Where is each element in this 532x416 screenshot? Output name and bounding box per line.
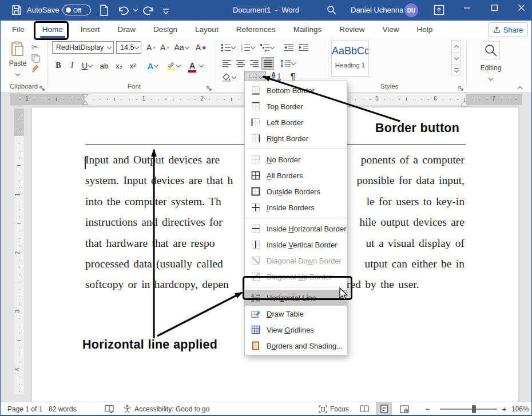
web-layout-button[interactable] <box>396 402 412 415</box>
line-spacing-button[interactable] <box>279 57 297 70</box>
styles-gallery-more[interactable] <box>452 64 460 75</box>
shrink-font-button[interactable]: A˅ <box>158 41 171 54</box>
autosave-state: Off <box>73 7 81 14</box>
bold-button[interactable]: B <box>53 59 63 72</box>
menu-item-inside-vertical-border[interactable]: Inside Vertical Border <box>245 237 347 253</box>
menu-item-inside-borders[interactable]: Inside Borders <box>245 199 347 215</box>
ribbon-tab[interactable]: Design <box>152 23 178 35</box>
word-count[interactable]: 82 words <box>49 402 77 415</box>
search-icon[interactable] <box>327 5 336 17</box>
menu-item-draw-table[interactable]: Draw Table <box>245 306 347 322</box>
styles-scroll-down[interactable] <box>452 52 460 64</box>
cut-icon[interactable]: ✂ <box>31 42 38 51</box>
ribbon-tab[interactable]: File <box>11 23 26 35</box>
autosave-toggle[interactable]: Off <box>62 5 91 15</box>
align-left-button[interactable] <box>220 57 233 70</box>
first-line-indent-marker[interactable] <box>82 94 89 107</box>
ribbon-display-options-icon[interactable] <box>434 5 444 18</box>
ribbon-tab[interactable]: Draw <box>117 23 137 35</box>
text-effects-button[interactable]: A <box>145 59 161 72</box>
ribbon-tab[interactable]: Help <box>416 23 434 35</box>
avatar[interactable]: DU <box>404 3 418 17</box>
font-name-combo[interactable]: RedHatDisplay <box>52 41 114 54</box>
bullets-button[interactable] <box>220 41 236 54</box>
ribbon-tab[interactable]: Review <box>338 23 366 35</box>
vertical-ruler[interactable]: 1234 <box>14 109 24 394</box>
ribbon-tab[interactable]: View <box>381 23 400 35</box>
styles-scroll-up[interactable] <box>452 41 460 52</box>
menu-item-diagonal-down-border[interactable]: Diagonal Down Border <box>245 253 347 269</box>
zoom-out-button[interactable]: − <box>425 402 430 415</box>
subscript-button[interactable]: x₂ <box>113 59 125 72</box>
menu-item-no-border[interactable]: No Border <box>245 151 347 167</box>
zoom-level[interactable]: 106% <box>511 402 529 415</box>
ribbon-tab[interactable]: Layout <box>194 23 220 35</box>
menu-item-view-gridlines[interactable]: View Gridlines <box>245 322 347 338</box>
group-separator <box>466 41 467 87</box>
shading-button[interactable] <box>220 71 237 83</box>
font-dialog-launcher[interactable] <box>207 83 213 90</box>
undo-dropdown-icon[interactable] <box>133 7 138 11</box>
font-color-button[interactable]: A <box>187 59 205 72</box>
redo-button[interactable] <box>142 5 154 18</box>
italic-button[interactable]: I <box>67 59 77 72</box>
menu-item-inside-horizontal-border[interactable]: Inside Horizontal Border <box>245 221 347 237</box>
zoom-slider-track[interactable] <box>440 409 497 410</box>
zoom-slider-thumb[interactable] <box>472 405 476 413</box>
zoom-in-button[interactable]: + <box>502 402 507 415</box>
editing-button[interactable]: Editing <box>473 41 509 82</box>
justify-button[interactable] <box>261 57 274 70</box>
highlight-color-button[interactable] <box>164 59 182 72</box>
increase-indent-button[interactable] <box>297 41 309 54</box>
menu-item-top-border[interactable]: Top Border <box>245 98 347 114</box>
chevron-down-icon <box>291 60 296 65</box>
align-center-button[interactable] <box>234 57 247 70</box>
style-card[interactable]: AaBbCcHeading 1 <box>331 40 369 77</box>
page-indicator[interactable]: Page 1 of 1 <box>7 402 42 415</box>
clipboard-dialog-launcher[interactable] <box>39 83 46 90</box>
customize-qat-icon[interactable] <box>162 7 169 17</box>
read-mode-button[interactable] <box>356 402 372 415</box>
border-button-annotation-label: Border button <box>375 121 459 135</box>
underline-button[interactable]: U <box>80 59 94 72</box>
share-button[interactable]: Share <box>488 22 528 37</box>
ribbon-tab[interactable]: References <box>235 23 277 35</box>
menu-item-icon <box>251 202 261 213</box>
minimize-button[interactable] <box>458 0 475 15</box>
copy-icon[interactable] <box>31 54 40 65</box>
clear-formatting-button[interactable]: A◆ <box>194 41 208 54</box>
new-document-icon[interactable] <box>99 5 109 18</box>
undo-button[interactable] <box>118 5 132 18</box>
decrease-indent-button[interactable] <box>282 41 295 54</box>
grow-font-button[interactable]: A˄ <box>145 41 157 54</box>
user-name[interactable]: Daniel Uchenna <box>351 6 404 14</box>
focus-button[interactable]: Focus <box>319 402 349 415</box>
menu-item-all-borders[interactable]: All Borders <box>245 167 347 183</box>
font-size-combo[interactable]: 14.5 <box>116 41 141 54</box>
multilevel-list-button[interactable] <box>259 41 275 54</box>
menu-item-outside-borders[interactable]: Outside Borders <box>245 183 347 199</box>
ribbon-tab[interactable]: Insert <box>80 23 101 35</box>
save-icon[interactable] <box>10 4 22 18</box>
menu-item-borders-and-shading[interactable]: Borders and Shading... <box>245 338 347 354</box>
maximize-button[interactable] <box>486 0 503 15</box>
paste-button[interactable]: Paste <box>6 41 29 78</box>
superscript-button[interactable]: x² <box>126 59 139 72</box>
right-indent-marker[interactable] <box>461 99 468 109</box>
collapse-ribbon-icon[interactable] <box>518 82 522 93</box>
format-painter-icon[interactable] <box>31 64 41 75</box>
close-button[interactable] <box>513 0 530 15</box>
status-bar: Page 1 of 1 82 words Accessibility: Good… <box>1 402 531 416</box>
styles-dialog-launcher[interactable] <box>458 83 465 90</box>
accessibility-status[interactable]: Accessibility: Good to go <box>123 402 209 415</box>
menu-item-bottom-border[interactable]: Bottom Border <box>245 82 347 98</box>
strikethrough-button[interactable]: ab <box>98 59 110 72</box>
proofing-icon[interactable] <box>105 402 114 415</box>
change-case-button[interactable]: Aa <box>173 41 189 54</box>
print-layout-button[interactable] <box>376 402 392 415</box>
numbering-button[interactable]: 123 <box>240 41 256 54</box>
align-right-button[interactable] <box>248 57 260 70</box>
menu-item-left-border[interactable]: Left Border <box>245 114 347 130</box>
menu-item-right-border[interactable]: Right Border <box>245 130 347 146</box>
ribbon-tab[interactable]: Mailings <box>292 23 323 35</box>
